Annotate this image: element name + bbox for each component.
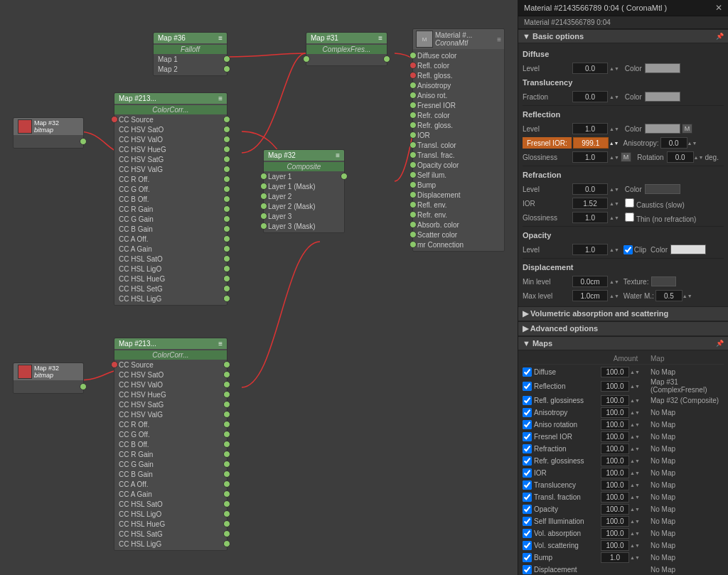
node-colorcorr1[interactable]: Map #213... ≡ ColorCorr... CC Source CC … xyxy=(114,92,228,306)
map-amount-input[interactable] xyxy=(601,492,629,503)
diffuse-level-input[interactable] xyxy=(572,63,608,74)
map-row: Bump▲▼No Map xyxy=(523,552,724,563)
water-m-input[interactable] xyxy=(655,290,682,301)
map-value: No Map xyxy=(651,493,724,501)
section-maps[interactable]: ▼ Maps 📌 xyxy=(518,336,728,350)
map-amount-input[interactable] xyxy=(601,431,629,442)
displacement-max-input[interactable] xyxy=(572,290,608,301)
displacement-texture-swatch[interactable] xyxy=(651,276,676,286)
caustics-checkbox[interactable] xyxy=(625,198,634,208)
section-basic-options-body: Diffuse Level ▲▼ Color Translucency Frac… xyxy=(518,43,728,306)
rotation-input[interactable] xyxy=(667,151,694,163)
map-checkbox[interactable] xyxy=(523,420,532,429)
node-colorcorr1-menu[interactable]: ≡ xyxy=(218,95,223,102)
fresnel-ior-button[interactable]: Fresnel IOR: xyxy=(523,137,572,149)
glossiness-m-badge[interactable]: M xyxy=(621,152,632,162)
reflection-glossiness-input[interactable] xyxy=(572,151,608,163)
fresnel-ior-input[interactable] xyxy=(573,137,609,149)
map-amount-input[interactable] xyxy=(601,540,629,551)
displacement-min-input[interactable] xyxy=(572,276,608,287)
node-bitmap1[interactable]: Map #32 bitmap xyxy=(13,117,84,149)
node-composite-menu[interactable]: ≡ xyxy=(336,151,340,159)
map-amount-input[interactable] xyxy=(601,528,629,539)
section-advanced[interactable]: ▶ Advanced options xyxy=(518,321,728,336)
thin-checkbox[interactable] xyxy=(625,213,634,222)
refraction-ior-input[interactable] xyxy=(572,198,608,209)
map-checkbox[interactable] xyxy=(523,444,532,453)
node-falloff-title: Map #36 xyxy=(158,34,186,42)
diffuse-color-swatch[interactable] xyxy=(645,63,680,73)
socket-map2: Map 2 xyxy=(154,64,227,74)
node-falloff[interactable]: Map #36 ≡ Falloff Map 1 Map 2 xyxy=(153,32,228,76)
refraction-glossiness-row: Glossiness ▲▼ Thin (no refraction) xyxy=(523,211,724,224)
translucency-section-label: Translucency xyxy=(523,76,724,89)
node-colorcorr2-menu[interactable]: ≡ xyxy=(218,340,223,348)
map-checkbox[interactable] xyxy=(523,468,532,478)
panel-content[interactable]: ▼ Basic options 📌 Diffuse Level ▲▼ Color… xyxy=(518,29,728,575)
map-checkbox[interactable] xyxy=(523,493,532,502)
translucency-fraction-input[interactable] xyxy=(572,91,608,102)
map-amount-input[interactable] xyxy=(601,395,629,406)
section-basic-options-pin[interactable]: 📌 xyxy=(716,33,724,40)
map-amount-input[interactable] xyxy=(601,444,629,454)
map-checkbox[interactable] xyxy=(523,382,532,391)
map-row: DisplacementNo Map xyxy=(523,564,724,575)
node-complexfresnel[interactable]: Map #31 ≡ ComplexFres... xyxy=(306,32,387,66)
map-checkbox[interactable] xyxy=(523,480,532,490)
map-amount-input[interactable] xyxy=(601,480,629,490)
map-checkbox[interactable] xyxy=(523,396,532,405)
node-editor[interactable]: Map #36 ≡ Falloff Map 1 Map 2 Map #31 ≡ … xyxy=(0,0,518,575)
map-row: Anisotropy▲▼No Map xyxy=(523,407,724,418)
map-checkbox[interactable] xyxy=(523,432,532,441)
opacity-color-swatch[interactable] xyxy=(670,244,706,254)
map-amount-input[interactable] xyxy=(601,381,629,392)
map-checkbox[interactable] xyxy=(523,367,532,377)
section-basic-options[interactable]: ▼ Basic options 📌 xyxy=(518,29,728,43)
reflection-m-badge[interactable]: M xyxy=(682,124,693,134)
map-checkbox[interactable] xyxy=(523,505,532,514)
map-checkbox[interactable] xyxy=(523,565,532,574)
section-maps-pin[interactable]: 📌 xyxy=(716,340,724,347)
map-amount-input[interactable] xyxy=(601,468,629,478)
map-amount-input[interactable] xyxy=(601,456,629,466)
panel-subtitle: Material #2143566789 0:04 xyxy=(518,16,728,29)
map-value: No Map xyxy=(651,368,724,376)
translucency-color-swatch[interactable] xyxy=(645,92,680,102)
map-row: IOR▲▼No Map xyxy=(523,467,724,478)
map-value: Map #31 (ComplexFresnel) xyxy=(651,378,724,394)
map-checkbox[interactable] xyxy=(523,408,532,417)
node-falloff-menu[interactable]: ≡ xyxy=(218,34,223,42)
reflection-level-input[interactable] xyxy=(572,123,608,134)
node-colorcorr2-title: Map #213... xyxy=(119,340,156,348)
map-amount-input[interactable] xyxy=(601,552,629,563)
section-volumetric[interactable]: ▶ Volumetric absorption and scattering xyxy=(518,306,728,321)
map-amount-input[interactable] xyxy=(601,419,629,430)
node-complexfresnel-header: Map #31 ≡ xyxy=(306,33,387,43)
reflection-color-swatch[interactable] xyxy=(645,124,680,134)
close-button[interactable]: ✕ xyxy=(715,3,722,13)
map-checkbox[interactable] xyxy=(523,553,532,562)
map-amount-input[interactable] xyxy=(601,407,629,418)
map-value: No Map xyxy=(651,421,724,429)
anisotropy-input[interactable] xyxy=(660,137,687,149)
opacity-level-input[interactable] xyxy=(572,244,608,255)
clip-checkbox[interactable] xyxy=(623,245,633,254)
node-bitmap2[interactable]: Map #32 bitmap xyxy=(13,362,84,394)
refraction-color-swatch[interactable] xyxy=(645,184,680,194)
node-material[interactable]: M Material #... CoronaMtl ≡ Diffuse colo… xyxy=(412,28,505,252)
map-amount-input[interactable] xyxy=(601,516,629,527)
map-value: No Map xyxy=(651,517,724,525)
map-amount-input[interactable] xyxy=(601,367,629,377)
node-colorcorr2[interactable]: Map #213... ≡ ColorCorr... CC Source CC … xyxy=(114,338,228,551)
node-complexfresnel-menu[interactable]: ≡ xyxy=(378,34,382,42)
node-composite[interactable]: Map #32 ≡ Composite Layer 1 Layer 1 (Mas… xyxy=(263,149,345,233)
refraction-level-input[interactable] xyxy=(572,183,608,195)
map-checkbox[interactable] xyxy=(523,541,532,550)
map-checkbox[interactable] xyxy=(523,529,532,538)
translucency-fraction-row: Fraction ▲▼ Color xyxy=(523,90,724,103)
refraction-glossiness-input[interactable] xyxy=(572,212,608,223)
map-amount-input[interactable] xyxy=(601,504,629,515)
map-checkbox[interactable] xyxy=(523,517,532,526)
maps-rows: Diffuse▲▼No MapReflection▲▼Map #31 (Comp… xyxy=(523,366,724,575)
map-checkbox[interactable] xyxy=(523,456,532,466)
